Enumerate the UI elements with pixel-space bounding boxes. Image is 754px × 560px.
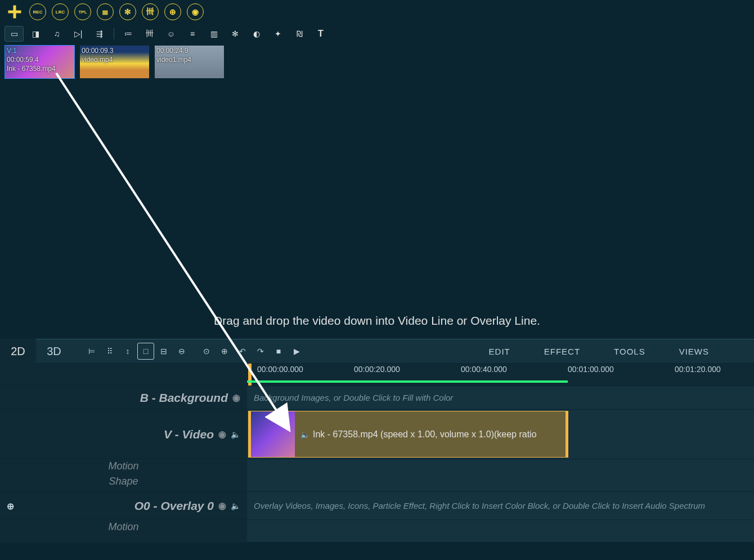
add-media-button[interactable] xyxy=(6,3,24,21)
camera-tab-button[interactable]: ◨ xyxy=(26,26,45,42)
track-overlay-subs: Motion xyxy=(0,520,247,543)
asterisk-button[interactable]: ✻ xyxy=(119,3,136,20)
expand-button[interactable]: ↕ xyxy=(119,343,136,360)
range-bar xyxy=(247,380,568,383)
overlay-motion-label: Motion xyxy=(0,520,247,535)
lyric-button[interactable]: LRC xyxy=(52,3,69,20)
track-video-row: V - Video ◉ 🔈 xyxy=(0,410,247,459)
record-button[interactable]: REC xyxy=(29,3,46,20)
timeline-ruler[interactable]: 00:00:00.000 00:00:20.000 00:00:40.000 0… xyxy=(0,364,754,386)
add-marker-button[interactable]: ⊕ xyxy=(216,343,233,360)
video-clip[interactable]: 🔈Ink - 67358.mp4 (speed x 1.00, volume x… xyxy=(248,411,568,458)
ruler-tick: 00:01:20.000 xyxy=(675,365,721,374)
overlay-subs-content[interactable] xyxy=(247,520,754,543)
media-clip-2[interactable]: 00:00:09.3 video.mp4 xyxy=(79,45,150,79)
overlay-hint: Overlay Videos, Images, Icons, Particle … xyxy=(254,501,705,510)
contrast-button[interactable]: ◐ xyxy=(247,26,266,42)
puzzle-button[interactable]: ✦ xyxy=(268,26,288,42)
video-shape-label: Shape xyxy=(0,474,247,490)
clip-label: 🔈Ink - 67358.mp4 (speed x 1.00, volume x… xyxy=(300,429,537,440)
frame-button[interactable]: □ xyxy=(137,343,154,360)
list-tab-button[interactable]: ⇶ xyxy=(90,26,109,42)
eye-icon[interactable]: ◉ xyxy=(232,392,240,403)
bg-content-row[interactable]: Background Images, or Double Click to Fi… xyxy=(247,386,754,410)
seq-tab-button[interactable]: ▷| xyxy=(69,26,88,42)
track-overlay-row: ⊕ O0 - Overlay 0 ◉ 🔈 xyxy=(0,492,247,520)
track-bg-row: B - Background ◉ xyxy=(0,386,247,410)
play-button[interactable]: ▶ xyxy=(288,343,305,360)
timeline-header: 2D 3D ⊨ ⠿ ↕ □ ⊟ ⊖ ⊙ ⊕ ↶ ↷ ■ ▶ EDIT EFFEC… xyxy=(0,339,754,364)
bg-hint: Background Images, or Double Click to Fi… xyxy=(254,393,453,402)
track-overlay-label: O0 - Overlay 0 xyxy=(134,499,214,513)
text-button[interactable]: ⊕ xyxy=(164,3,181,20)
list-button[interactable]: ≣ xyxy=(97,3,114,20)
timeline-tool-buttons: ⊨ ⠿ ↕ □ ⊟ ⊖ ⊙ ⊕ ↶ ↷ ■ ▶ xyxy=(83,343,305,360)
bars-button[interactable]: ₪ xyxy=(290,26,309,42)
video-content-row[interactable]: 🔈Ink - 67358.mp4 (speed x 1.00, volume x… xyxy=(247,410,754,459)
track-video-subs: Motion Shape xyxy=(0,459,247,492)
menu-effect[interactable]: EFFECT xyxy=(544,347,580,356)
ruler-area[interactable]: 00:00:00.000 00:00:20.000 00:00:40.000 0… xyxy=(247,364,754,386)
stop-button[interactable]: ■ xyxy=(270,343,287,360)
clip-meta: 00:00:24.9 video1.mp4 xyxy=(155,46,193,65)
speaker-icon[interactable]: 🔈 xyxy=(231,501,240,510)
ruler-spacer xyxy=(0,364,247,386)
media-clip-3[interactable]: 00:00:24.9 video1.mp4 xyxy=(154,45,225,79)
track-video-label: V - Video xyxy=(164,428,214,441)
undo-button[interactable]: ↶ xyxy=(234,343,251,360)
zoom-out-button[interactable]: ⊖ xyxy=(173,343,190,360)
top-toolbar: REC LRC TPL ≣ ✻ 卌 ⊕ ◉ xyxy=(0,0,754,24)
bullet-button[interactable]: ≔ xyxy=(119,26,138,42)
video-subs-content[interactable] xyxy=(247,459,754,492)
media-bin: V:1 00:00:59.4 Ink - 67358.mp4 00:00:09.… xyxy=(0,44,754,339)
eye-icon[interactable]: ◉ xyxy=(218,500,226,511)
divider-icon xyxy=(114,28,114,39)
battery-button[interactable]: ▥ xyxy=(204,26,223,42)
music-tab-button[interactable]: ♫ xyxy=(47,26,66,42)
ruler-tick: 00:01:00.000 xyxy=(568,365,614,374)
tab-3d[interactable]: 3D xyxy=(36,339,72,364)
video-motion-label: Motion xyxy=(0,459,247,474)
account-button[interactable]: ◉ xyxy=(187,3,204,20)
hint-text: Drag and drop the video down into Video … xyxy=(214,314,540,328)
target-button[interactable]: ⊙ xyxy=(198,343,215,360)
view-tabs: 2D 3D xyxy=(0,339,72,364)
eye-icon[interactable]: ◉ xyxy=(218,429,226,440)
align-button[interactable]: ≡ xyxy=(183,26,202,42)
clip-thumbnail-icon xyxy=(249,411,295,457)
emoji-button[interactable]: ☺ xyxy=(161,26,181,42)
align-start-button[interactable]: ⊨ xyxy=(83,343,100,360)
redo-button[interactable]: ↷ xyxy=(252,343,269,360)
tune-button[interactable]: 卌 xyxy=(142,3,159,20)
track-labels-column: B - Background ◉ V - Video ◉ 🔈 Motion Sh… xyxy=(0,386,247,543)
video-tab-button[interactable]: ▭ xyxy=(5,26,24,42)
clip-meta: 00:00:09.3 video.mp4 xyxy=(80,46,115,65)
menu-edit[interactable]: EDIT xyxy=(489,347,510,356)
sparkle-button[interactable]: ✻ xyxy=(226,26,245,42)
timeline-tracks: B - Background ◉ V - Video ◉ 🔈 Motion Sh… xyxy=(0,386,754,543)
ruler-tick: 00:00:20.000 xyxy=(354,365,400,374)
track-content-column: Background Images, or Double Click to Fi… xyxy=(247,386,754,543)
equalizer-button[interactable]: 卌 xyxy=(140,26,159,42)
ruler-tick: 00:00:40.000 xyxy=(461,365,507,374)
text-tool-button[interactable]: T xyxy=(311,26,330,42)
timeline-menus: EDIT EFFECT TOOLS VIEWS xyxy=(489,347,709,356)
ruler-tick: 00:00:00.000 xyxy=(257,365,303,374)
speaker-icon: 🔈 xyxy=(300,431,309,439)
media-type-toolbar: ▭ ◨ ♫ ▷| ⇶ ≔ 卌 ☺ ≡ ▥ ✻ ◐ ✦ ₪ T xyxy=(0,24,754,44)
bin-items: V:1 00:00:59.4 Ink - 67358.mp4 00:00:09.… xyxy=(5,45,749,79)
clip-meta: V:1 00:00:59.4 Ink - 67358.mp4 xyxy=(5,46,57,74)
media-clip-1[interactable]: V:1 00:00:59.4 Ink - 67358.mp4 xyxy=(5,45,75,79)
track-bg-label: B - Background xyxy=(140,391,228,405)
menu-views[interactable]: VIEWS xyxy=(679,347,709,356)
clip-left-handle[interactable] xyxy=(249,411,251,457)
menu-tools[interactable]: TOOLS xyxy=(614,347,645,356)
clip-right-handle[interactable] xyxy=(566,411,568,457)
grid-button[interactable]: ⠿ xyxy=(101,343,118,360)
template-button[interactable]: TPL xyxy=(74,3,91,20)
add-overlay-button[interactable]: ⊕ xyxy=(7,500,14,511)
overlay-content-row[interactable]: Overlay Videos, Images, Icons, Particle … xyxy=(247,492,754,520)
tab-2d[interactable]: 2D xyxy=(0,339,36,364)
split-button[interactable]: ⊟ xyxy=(155,343,172,360)
speaker-icon[interactable]: 🔈 xyxy=(231,430,240,439)
